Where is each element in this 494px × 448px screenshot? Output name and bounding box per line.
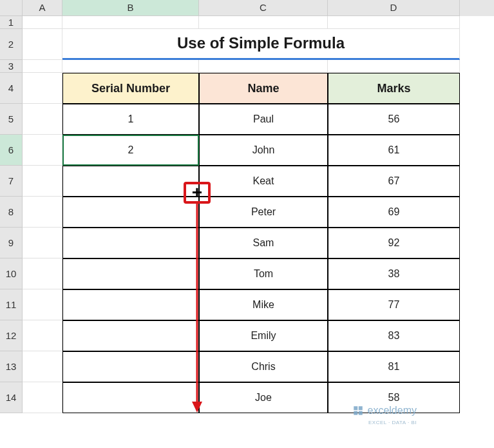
- cell-C6[interactable]: John: [199, 135, 328, 166]
- header-name[interactable]: Name: [199, 73, 328, 104]
- cell-C11[interactable]: Mike: [199, 289, 328, 320]
- cell-C10[interactable]: Tom: [199, 258, 328, 289]
- row-header-8[interactable]: 8: [0, 197, 23, 228]
- row-header-12[interactable]: 12: [0, 320, 23, 351]
- row-10: 10 Tom 38: [0, 258, 494, 289]
- column-headers: A B C D: [0, 0, 494, 16]
- cell-B1[interactable]: [62, 16, 199, 29]
- cell-A6[interactable]: [23, 135, 62, 166]
- cell-A2[interactable]: [23, 29, 62, 60]
- cell-B7[interactable]: [62, 166, 199, 197]
- cell-A9[interactable]: [23, 228, 62, 258]
- cell-A8[interactable]: [23, 197, 62, 228]
- col-header-C[interactable]: C: [199, 0, 328, 16]
- row-4: 4 Serial Number Name Marks: [0, 73, 494, 104]
- watermark-text: exceldemy: [368, 405, 417, 416]
- cell-D7[interactable]: 67: [328, 166, 460, 197]
- cell-D10[interactable]: 38: [328, 258, 460, 289]
- cell-A10[interactable]: [23, 258, 62, 289]
- cell-B8[interactable]: [62, 197, 199, 228]
- cell-B9[interactable]: [62, 228, 199, 258]
- row-header-4[interactable]: 4: [0, 73, 23, 104]
- cell-C7[interactable]: Keat: [199, 166, 328, 197]
- row-9: 9 Sam 92: [0, 228, 494, 258]
- row-header-11[interactable]: 11: [0, 289, 23, 320]
- cell-D9[interactable]: 92: [328, 228, 460, 258]
- col-header-D[interactable]: D: [328, 0, 460, 16]
- cell-C3[interactable]: [199, 60, 328, 73]
- row-header-2[interactable]: 2: [0, 29, 23, 60]
- cell-A11[interactable]: [23, 289, 62, 320]
- watermark: exceldemy: [352, 405, 417, 416]
- cell-D13[interactable]: 81: [328, 351, 460, 382]
- row-header-9[interactable]: 9: [0, 228, 23, 258]
- fill-cursor-icon[interactable]: +: [192, 184, 202, 202]
- header-serial[interactable]: Serial Number: [62, 73, 199, 104]
- cell-B12[interactable]: [62, 320, 199, 351]
- row-header-3[interactable]: 3: [0, 60, 23, 73]
- cell-B13[interactable]: [62, 351, 199, 382]
- row-12: 12 Emily 83: [0, 320, 494, 351]
- cell-A4[interactable]: [23, 73, 62, 104]
- row-13: 13 Chris 81: [0, 351, 494, 382]
- cell-A13[interactable]: [23, 351, 62, 382]
- spreadsheet-grid: A B C D 1 2 Use of Simple Formula 3 4 Se…: [0, 0, 494, 413]
- row-3: 3: [0, 60, 494, 73]
- row-header-14[interactable]: 14: [0, 382, 23, 413]
- watermark-subtext: EXCEL · DATA · BI: [368, 420, 417, 425]
- cell-D11[interactable]: 77: [328, 289, 460, 320]
- cell-B14[interactable]: [62, 382, 199, 413]
- cell-B10[interactable]: [62, 258, 199, 289]
- row-header-7[interactable]: 7: [0, 166, 23, 197]
- cell-C13[interactable]: Chris: [199, 351, 328, 382]
- watermark-logo-icon: [352, 405, 364, 416]
- cell-A1[interactable]: [23, 16, 62, 29]
- row-1: 1: [0, 16, 494, 29]
- cell-C12[interactable]: Emily: [199, 320, 328, 351]
- cell-B6-active[interactable]: 2: [62, 135, 199, 166]
- arrow-down-icon: [191, 203, 204, 416]
- row-header-10[interactable]: 10: [0, 258, 23, 289]
- cell-D5[interactable]: 56: [328, 104, 460, 135]
- row-header-1[interactable]: 1: [0, 16, 23, 29]
- cell-A14[interactable]: [23, 382, 62, 413]
- cell-C1[interactable]: [199, 16, 328, 29]
- row-11: 11 Mike 77: [0, 289, 494, 320]
- cell-B5[interactable]: 1: [62, 104, 199, 135]
- col-header-A[interactable]: A: [23, 0, 62, 16]
- row-2: 2 Use of Simple Formula: [0, 29, 494, 60]
- row-header-5[interactable]: 5: [0, 104, 23, 135]
- cell-B3[interactable]: [62, 60, 199, 73]
- select-all-corner[interactable]: [0, 0, 23, 16]
- row-8: 8 Peter 69: [0, 197, 494, 228]
- row-header-6[interactable]: 6: [0, 135, 23, 166]
- row-header-13[interactable]: 13: [0, 351, 23, 382]
- header-marks[interactable]: Marks: [328, 73, 460, 104]
- row-6: 6 2 John 61: [0, 135, 494, 166]
- cell-D3[interactable]: [328, 60, 460, 73]
- cell-C9[interactable]: Sam: [199, 228, 328, 258]
- cell-A3[interactable]: [23, 60, 62, 73]
- cell-C14[interactable]: Joe: [199, 382, 328, 413]
- svg-marker-1: [192, 402, 202, 413]
- cell-B11[interactable]: [62, 289, 199, 320]
- cell-A12[interactable]: [23, 320, 62, 351]
- cell-C5[interactable]: Paul: [199, 104, 328, 135]
- cell-A5[interactable]: [23, 104, 62, 135]
- title-cell[interactable]: Use of Simple Formula: [62, 29, 460, 60]
- cell-D12[interactable]: 83: [328, 320, 460, 351]
- row-5: 5 1 Paul 56: [0, 104, 494, 135]
- row-14: 14 Joe 58: [0, 382, 494, 413]
- cell-D8[interactable]: 69: [328, 197, 460, 228]
- col-header-B[interactable]: B: [62, 0, 199, 16]
- row-7: 7 Keat 67: [0, 166, 494, 197]
- cell-C8[interactable]: Peter: [199, 197, 328, 228]
- cell-A7[interactable]: [23, 166, 62, 197]
- cell-D1[interactable]: [328, 16, 460, 29]
- fill-handle-highlight: +: [184, 182, 211, 204]
- cell-D6[interactable]: 61: [328, 135, 460, 166]
